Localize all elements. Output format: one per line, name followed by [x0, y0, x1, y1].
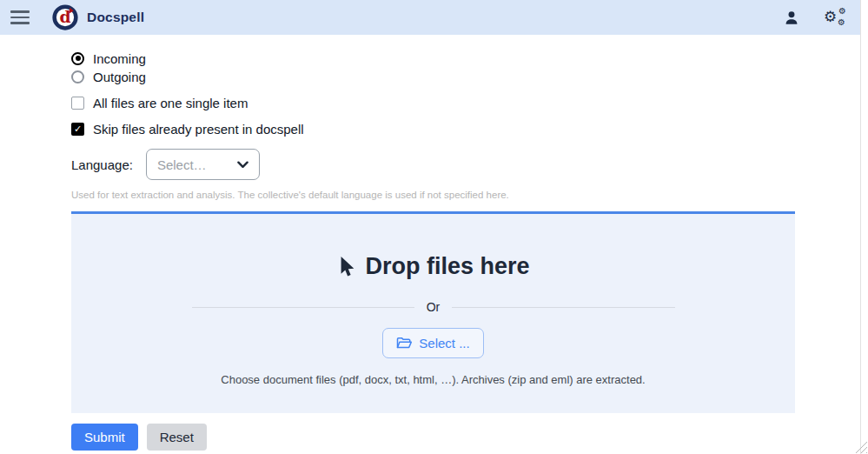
select-files-button[interactable]: Select ... [382, 328, 483, 358]
app-title[interactable]: Docspell [87, 10, 144, 25]
chevron-down-icon [237, 161, 248, 169]
form-actions: Submit Reset [0, 424, 860, 451]
gear-glyph: ⚙ [824, 10, 837, 24]
folder-open-icon [396, 337, 412, 351]
topbar-actions: ⚙ ⚙ ⚙ [784, 9, 846, 26]
checkbox-single-item-label: All files are one single item [93, 96, 248, 110]
mouse-pointer-icon [336, 256, 355, 278]
language-label: Language: [71, 157, 133, 172]
upload-form: Incoming Outgoing All files are one sing… [0, 35, 860, 413]
or-label: Or [427, 300, 441, 314]
docspell-logo-icon[interactable]: d [52, 4, 78, 30]
radio-incoming-label: Incoming [93, 51, 146, 66]
svg-text:d: d [59, 7, 70, 26]
user-account-icon[interactable] [784, 10, 799, 26]
checkbox-skip-existing[interactable]: ✓ Skip files already present in docspell [71, 120, 795, 137]
menu-bar [10, 22, 30, 24]
dropzone-title-row: Drop files here [336, 253, 529, 280]
scrollbar-track[interactable] [860, 0, 868, 454]
menu-bar [10, 10, 30, 13]
radio-outgoing-label: Outgoing [93, 70, 146, 84]
checkbox-skip-existing-label: Skip files already present in docspell [93, 122, 304, 137]
or-divider: Or [192, 300, 675, 314]
language-select[interactable]: Select… [146, 149, 260, 180]
dropzone-title: Drop files here [365, 253, 529, 280]
submit-button[interactable]: Submit [71, 424, 138, 451]
reset-button[interactable]: Reset [147, 424, 207, 451]
gear-glyph: ⚙ [838, 7, 846, 16]
dropzone-hint: Choose document files (pdf, docx, txt, h… [221, 373, 645, 386]
language-hint: Used for text extraction and analysis. T… [71, 190, 795, 200]
file-dropzone[interactable]: Drop files here Or Select ... Choose doc… [71, 211, 795, 413]
top-bar: d Docspell ⚙ ⚙ ⚙ [0, 0, 860, 35]
radio-unselected-icon[interactable] [71, 70, 84, 83]
check-icon: ✓ [74, 124, 82, 134]
language-select-value: Select… [157, 157, 207, 172]
menu-icon[interactable] [10, 10, 30, 24]
menu-bar [10, 17, 30, 19]
language-row: Language: Select… [71, 149, 795, 180]
checkbox-single-item[interactable]: All files are one single item [71, 94, 795, 111]
select-files-label: Select ... [419, 336, 469, 351]
checkbox-unchecked-icon[interactable] [71, 97, 84, 110]
radio-selected-icon[interactable] [71, 52, 84, 65]
direction-radio-group: Incoming Outgoing [71, 50, 795, 85]
gear-glyph: ⚙ [838, 18, 845, 27]
radio-outgoing[interactable]: Outgoing [71, 68, 795, 85]
radio-incoming[interactable]: Incoming [71, 50, 795, 67]
divider-line [452, 307, 674, 308]
checkbox-checked-icon[interactable]: ✓ [71, 123, 84, 136]
divider-line [192, 307, 414, 308]
settings-gears-icon[interactable]: ⚙ ⚙ ⚙ [824, 9, 846, 26]
page: d Docspell ⚙ ⚙ ⚙ Incoming [0, 0, 860, 454]
